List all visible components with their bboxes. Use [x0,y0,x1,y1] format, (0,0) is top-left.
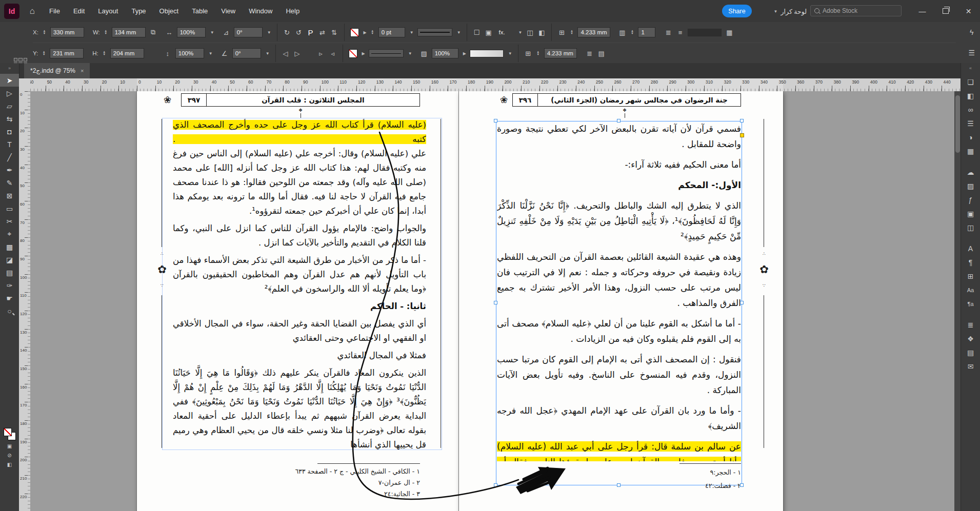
w-field[interactable]: 134 mm [112,27,146,37]
effects-panel-icon[interactable]: ƒ [961,193,980,207]
formatting-affects-container-icon[interactable]: ▣ [5,443,15,449]
type-tool-icon[interactable]: T [0,138,19,151]
menu-edit[interactable]: Edit [73,7,85,15]
pencil-tool-icon[interactable]: ✎ [0,176,19,189]
frame-handle-bottom-right[interactable] [740,483,744,487]
free-transform-tool-icon[interactable]: ⌖ [0,228,19,240]
menu-layout[interactable]: Layout [98,7,118,15]
text-wrap-panel-icon[interactable]: ◫ [961,220,980,234]
pen-tool-icon[interactable]: ✒ [0,163,19,176]
screen-mode-icon[interactable]: ◧ [5,461,15,468]
content-collector-tool-icon[interactable]: ◘ [0,125,19,138]
links-panel-icon[interactable]: ∞ [961,103,980,116]
live-corner-yellow-handle[interactable] [740,133,744,137]
columns-field[interactable]: 1 [638,27,655,37]
rotate-cw-icon[interactable]: ↻ [283,29,291,36]
shear-field[interactable]: 0° [232,48,261,58]
stroke-weight-stepper[interactable]: ▲▼ [370,27,375,37]
menu-file[interactable]: File [49,7,60,15]
rectangle-tool-icon[interactable]: ▭ [0,202,19,215]
stroke-panel-icon[interactable]: ☰ [961,116,980,130]
stroke-type-dropdown[interactable] [369,49,404,57]
fill-color-swatch[interactable] [349,49,357,58]
flip-vertical-icon[interactable]: ⇅ [330,29,338,36]
comments-panel-icon[interactable]: ✉ [961,359,980,373]
flip-horizontal-icon[interactable]: ⇄ [318,29,327,36]
frame-handle-top-center[interactable] [617,119,621,122]
x-stepper[interactable]: ▲▼ [42,27,47,37]
panel-menu-icon[interactable]: ☰ [968,49,975,57]
select-container-icon[interactable]: ▹ [317,50,325,57]
columns-stepper[interactable]: ▲▼ [630,27,634,37]
menu-object[interactable]: Object [159,7,179,15]
stroke-style-dropdown[interactable] [417,28,452,36]
gradient-tool-icon[interactable]: ▩ [0,240,19,253]
corner-radius-stepper[interactable]: ▲▼ [569,27,574,37]
layers-panel-icon[interactable]: ◧ [961,89,980,103]
menu-table[interactable]: Table [192,7,208,15]
text-wrap-none-icon[interactable]: ◫ [526,29,534,36]
object-styles-panel-icon[interactable]: ▣ [961,207,980,220]
rotate-ccw-icon[interactable]: ↺ [295,29,303,36]
h-field[interactable]: 204 mm [110,48,144,58]
text-wrap-bounding-icon[interactable]: ◧ [537,29,546,36]
document-tab[interactable]: *2ج.indd @ 75% × [24,63,90,78]
frame-handle-top-right[interactable] [740,119,744,122]
paragraph-list-icon[interactable]: ≣ [664,29,672,36]
character-styles-panel-icon[interactable]: Aa [961,283,980,297]
pathfinder-panel-icon[interactable]: ❖ [961,332,980,345]
gutter-field[interactable]: 4.233 mm [544,48,577,58]
corner-radius-field[interactable]: 4.233 mm [577,27,610,37]
x-field[interactable]: 330 mm [50,27,84,37]
color-panel-icon[interactable]: ◑ [961,130,980,144]
gutter-stepper[interactable]: ▲▼ [536,48,541,58]
stroke-weight-field[interactable]: 0 pt [378,27,405,37]
minimize-button[interactable]: — [911,0,934,22]
collapse-toolbar-icon[interactable]: » [0,63,19,74]
page-396[interactable]: ❀ ٣٩٦ جنة الرضوان في مجالس شهر رمضان (ال… [459,91,783,511]
selection-tool-icon[interactable]: ➤ [0,74,19,87]
baseline-grid-icon[interactable]: ≡ [676,29,684,36]
home-icon[interactable]: ⌂ [26,5,39,18]
character-panel-icon[interactable]: A [961,241,980,255]
flip-item-left-icon[interactable]: ◁ [282,50,290,57]
effects-button[interactable]: fx. [496,27,514,37]
frame-grid-icon[interactable]: ▤ [597,50,606,57]
tab-close-icon[interactable]: × [81,68,84,74]
opacity-field[interactable]: 100% [432,48,458,58]
quick-apply-icon[interactable]: ϟ [970,28,973,36]
frame-handle-bottom-center[interactable] [617,483,621,487]
scale-x-field[interactable]: 100% [177,27,206,37]
gradient-swatch-dropdown[interactable] [470,50,504,57]
select-content-icon[interactable]: ◃ [329,50,337,57]
expand-panels-icon[interactable]: « [961,63,980,75]
rectangle-frame-tool-icon[interactable]: ⊠ [0,189,19,202]
scale-y-field[interactable]: 100% [175,48,204,58]
zoom-tool-icon[interactable]: ○ [0,304,19,317]
share-button[interactable]: Share [722,5,752,17]
gradient-panel-icon[interactable]: ▨ [961,179,980,193]
workspace-switcher[interactable]: ▼ لوحة كرار [758,6,807,17]
paragraph-styles-panel-icon[interactable]: ¶a [961,297,980,311]
align-panel-icon[interactable]: ≣ [961,318,980,332]
stock-search-input[interactable]: Adobe Stock [810,5,902,16]
fill-stroke-proxy[interactable] [4,428,16,440]
scrollbar-thumb[interactable] [955,95,960,153]
align-icons[interactable]: ≣ [586,50,594,57]
close-button[interactable]: ✕ [957,0,980,22]
pages-panel-icon[interactable]: ❏ [961,75,980,89]
scissors-tool-icon[interactable]: ✂ [0,215,19,228]
page-tool-icon[interactable]: ▱ [0,99,19,112]
indesign-logo-icon[interactable]: Id [4,4,19,19]
document-canvas[interactable]: ❀ ٣٩٧ المجلس الثلاثون : قلب القرآن ❖ ∴ ✿… [30,91,961,511]
w-stepper[interactable]: ▲▼ [104,27,108,37]
frame-handle-top-left[interactable] [494,119,497,122]
swatches-panel-icon[interactable]: ▦ [961,144,980,158]
gradient-feather-tool-icon[interactable]: ◪ [0,253,19,266]
stroke-color-swatch[interactable] [350,28,359,37]
y-stepper[interactable]: ▲▼ [42,48,46,58]
line-tool-icon[interactable]: ╱ [0,151,19,163]
eyedropper-tool-icon[interactable]: ✑ [0,279,19,292]
fit-content-icon[interactable]: ☐ [473,29,481,36]
vertical-ruler[interactable]: 0102030405060708090100110120130140150160… [19,91,31,511]
